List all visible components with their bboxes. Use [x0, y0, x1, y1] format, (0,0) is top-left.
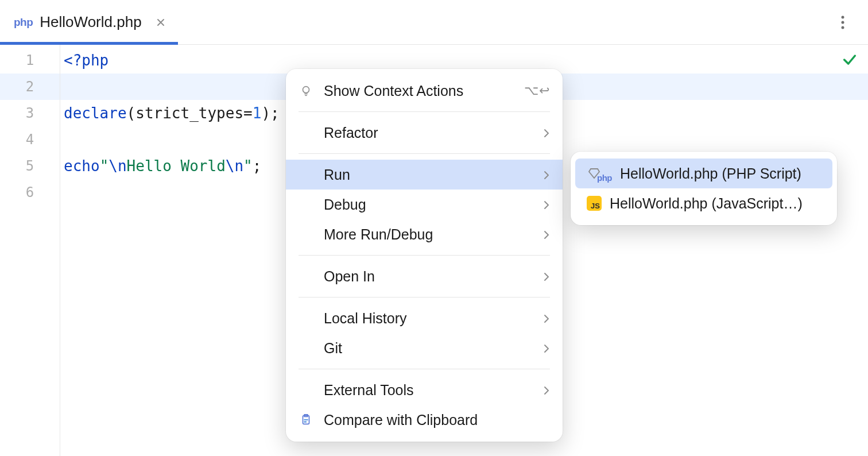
menu-separator: [299, 153, 550, 154]
menu-separator: [299, 369, 550, 369]
close-icon[interactable]: [154, 16, 167, 29]
svg-point-2: [842, 26, 844, 29]
menu-show-context-actions[interactable]: Show Context Actions ⌥↩: [286, 76, 563, 106]
menu-separator: [299, 255, 550, 256]
tab-bar: php HelloWorld.php: [0, 0, 868, 45]
tab-filename: HelloWorld.php: [40, 13, 141, 31]
chevron-right-icon: [543, 340, 550, 357]
menu-git[interactable]: Git: [286, 333, 563, 363]
svg-point-1: [842, 21, 844, 24]
menu-open-in[interactable]: Open In: [286, 261, 563, 291]
menu-compare-clipboard[interactable]: Compare with Clipboard: [286, 405, 563, 435]
line-number: 6: [0, 179, 60, 206]
shortcut-label: ⌥↩: [524, 83, 550, 98]
gutter: 1 2 3 4 5 6: [0, 45, 60, 456]
chevron-right-icon: [543, 382, 550, 399]
submenu-run-javascript[interactable]: JS HelloWorld.php (JavaScript…): [575, 188, 832, 218]
menu-separator: [299, 297, 550, 297]
line-number: 4: [0, 126, 60, 153]
menu-more-run-debug[interactable]: More Run/Debug: [286, 219, 563, 249]
submenu-label: HelloWorld.php (JavaScript…): [610, 195, 803, 212]
line-number: 3: [0, 100, 60, 126]
chevron-right-icon: [543, 226, 550, 243]
status-ok-icon[interactable]: [842, 52, 858, 71]
line-number: 1: [0, 47, 60, 74]
menu-local-history[interactable]: Local History: [286, 303, 563, 333]
submenu-label: HelloWorld.php (PHP Script): [620, 165, 801, 182]
menu-refactor[interactable]: Refactor: [286, 118, 563, 148]
php-icon: php: [597, 173, 612, 183]
menu-run[interactable]: Run: [286, 160, 563, 190]
chevron-right-icon: [543, 125, 550, 141]
chevron-right-icon: [543, 268, 550, 285]
chevron-right-icon: [543, 310, 550, 327]
menu-separator: [299, 111, 550, 112]
run-submenu: php HelloWorld.php (PHP Script) JS Hello…: [571, 152, 837, 225]
line-number: 2: [0, 74, 60, 100]
chevron-right-icon: [543, 196, 550, 213]
submenu-run-php-script[interactable]: php HelloWorld.php (PHP Script): [575, 159, 832, 188]
menu-debug[interactable]: Debug: [286, 190, 563, 219]
svg-point-3: [303, 87, 309, 93]
bulb-icon: [299, 84, 313, 97]
js-icon: JS: [587, 196, 602, 211]
chevron-right-icon: [543, 167, 550, 183]
clipboard-compare-icon: [299, 414, 313, 426]
php-icon: php: [14, 16, 33, 29]
svg-point-0: [842, 16, 844, 18]
menu-external-tools[interactable]: External Tools: [286, 375, 563, 405]
context-menu: Show Context Actions ⌥↩ Refactor Run Deb…: [286, 69, 563, 442]
editor-tab[interactable]: php HelloWorld.php: [0, 0, 181, 44]
line-number: 5: [0, 153, 60, 179]
more-icon[interactable]: [834, 13, 852, 32]
